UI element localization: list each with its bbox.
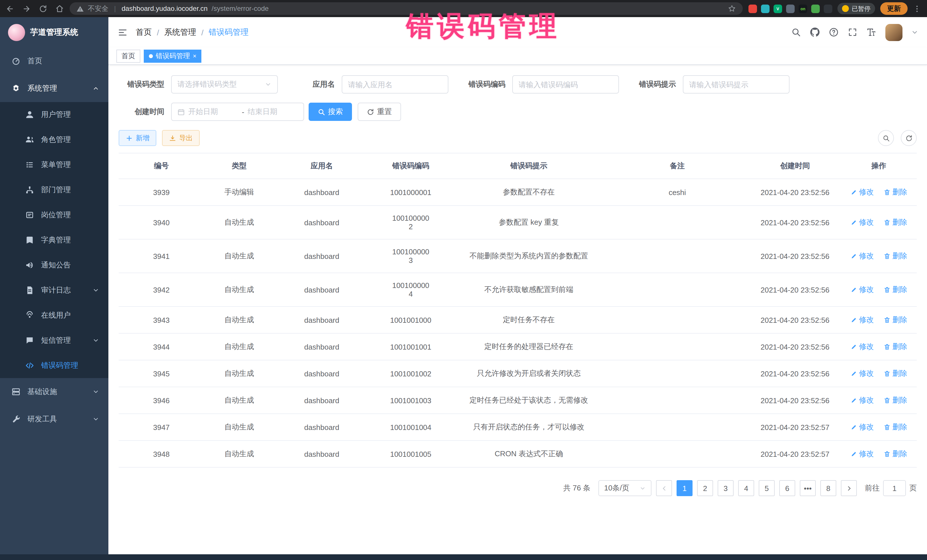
sidebar-item-notice[interactable]: 通知公告 xyxy=(0,253,108,278)
extension-green-v-icon[interactable]: V xyxy=(774,4,782,13)
add-button[interactable]: 新增 xyxy=(119,130,156,146)
cell-create-time: 2021-04-20 23:52:57 xyxy=(749,414,841,440)
sidebar-item-role[interactable]: 角色管理 xyxy=(0,127,108,152)
cell-type: 自动生成 xyxy=(204,273,274,307)
page-number-button[interactable]: 4 xyxy=(738,480,754,496)
date-range-picker[interactable]: 开始日期 - 结束日期 xyxy=(171,103,304,121)
sidebar-item-dev-tools[interactable]: 研发工具 xyxy=(0,405,108,433)
page-number-button[interactable]: 2 xyxy=(697,480,713,496)
search-button[interactable]: 搜索 xyxy=(308,103,352,121)
page-number-button[interactable]: 3 xyxy=(718,480,734,496)
cell-create-time: 2021-04-20 23:52:56 xyxy=(749,360,841,387)
view-tag[interactable]: 错误码管理× xyxy=(144,49,202,62)
delete-link[interactable]: 删除 xyxy=(884,251,907,261)
extension-teal-icon[interactable] xyxy=(761,4,769,13)
toggle-search-icon[interactable] xyxy=(878,130,894,146)
delete-link[interactable]: 删除 xyxy=(884,449,907,459)
export-button[interactable]: 导出 xyxy=(162,130,200,146)
delete-link[interactable]: 删除 xyxy=(884,395,907,405)
error-code-table: 编号类型应用名错误码编码错误码提示备注创建时间操作 3939 手动编辑 dash… xyxy=(119,153,917,467)
browser-menu-icon[interactable] xyxy=(913,4,921,13)
error-type-select[interactable]: 请选择错误码类型 xyxy=(171,75,278,94)
home-icon[interactable] xyxy=(55,4,64,13)
page-number-button[interactable]: 6 xyxy=(779,480,795,496)
delete-link[interactable]: 删除 xyxy=(884,341,907,352)
edit-link[interactable]: 修改 xyxy=(850,449,874,459)
page-size-select[interactable]: 10条/页 xyxy=(599,480,652,496)
app-name-input[interactable] xyxy=(348,80,442,89)
sidebar-item-sms[interactable]: 短信管理 xyxy=(0,328,108,353)
extension-puzzle-icon[interactable] xyxy=(824,4,832,13)
delete-link[interactable]: 删除 xyxy=(884,422,907,432)
fullscreen-icon[interactable] xyxy=(848,27,857,37)
back-icon[interactable] xyxy=(6,4,14,13)
app-logo[interactable]: 芋道管理系统 xyxy=(0,17,108,47)
sidebar-item-error-code[interactable]: 错误码管理 xyxy=(0,353,108,378)
edit-link[interactable]: 修改 xyxy=(850,217,874,228)
cell-error-hint: 只有开启状态的任务，才可以修改 xyxy=(452,414,606,440)
caret-down-icon[interactable] xyxy=(912,29,918,35)
page-number-button[interactable]: 5 xyxy=(759,480,775,496)
font-size-icon[interactable] xyxy=(866,27,876,37)
edit-link[interactable]: 修改 xyxy=(850,369,874,379)
sidebar-item-infra[interactable]: 基础设施 xyxy=(0,378,108,405)
bookmark-star-icon[interactable] xyxy=(728,5,736,12)
table-row: 3944 自动生成 dashboard 1001001001 定时任务的处理器已… xyxy=(119,333,917,360)
cell-error-code: 1001001005 xyxy=(369,440,452,467)
tree-icon xyxy=(25,185,34,194)
extension-grid-icon[interactable] xyxy=(786,4,795,13)
sidebar-item-audit-log[interactable]: 审计日志 xyxy=(0,278,108,303)
edit-link[interactable]: 修改 xyxy=(850,395,874,405)
delete-link[interactable]: 删除 xyxy=(884,315,907,325)
delete-link[interactable]: 删除 xyxy=(884,217,907,228)
sidebar-item-online-user[interactable]: 在线用户 xyxy=(0,303,108,328)
cell-create-time: 2021-04-20 23:52:56 xyxy=(749,239,841,273)
paused-badge[interactable]: 已暂停 xyxy=(837,3,875,14)
help-icon[interactable] xyxy=(829,27,839,37)
error-code-input[interactable] xyxy=(518,80,613,89)
extension-red-icon[interactable] xyxy=(748,4,757,13)
breadcrumb-item[interactable]: 系统管理 xyxy=(164,27,196,37)
edit-link[interactable]: 修改 xyxy=(850,187,874,197)
sidebar-item-dict[interactable]: 字典管理 xyxy=(0,228,108,253)
browser-update-button[interactable]: 更新 xyxy=(880,2,907,15)
extension-on-icon[interactable]: on xyxy=(799,4,807,13)
view-tag[interactable]: 首页 xyxy=(116,49,140,62)
edit-link[interactable]: 修改 xyxy=(850,315,874,325)
refresh-icon[interactable] xyxy=(901,130,917,146)
extension-leaf-icon[interactable] xyxy=(811,4,820,13)
edit-link[interactable]: 修改 xyxy=(850,422,874,432)
page-number-button[interactable]: 8 xyxy=(820,480,836,496)
search-icon[interactable] xyxy=(791,27,801,37)
breadcrumb-item[interactable]: 首页 xyxy=(136,27,152,37)
page-ellipsis[interactable]: ••• xyxy=(800,480,816,496)
page-number-button[interactable]: 1 xyxy=(676,480,693,496)
delete-link[interactable]: 删除 xyxy=(884,369,907,379)
reload-icon[interactable] xyxy=(39,4,47,13)
next-page-button[interactable] xyxy=(841,480,857,496)
hamburger-icon[interactable] xyxy=(117,27,128,37)
reset-button[interactable]: 重置 xyxy=(358,103,401,121)
prev-page-button[interactable] xyxy=(656,480,672,496)
tag-close-icon[interactable]: × xyxy=(193,53,196,59)
user-avatar[interactable] xyxy=(885,24,903,41)
sidebar-item-user[interactable]: 用户管理 xyxy=(0,102,108,127)
sidebar-item-dept[interactable]: 部门管理 xyxy=(0,178,108,202)
edit-link[interactable]: 修改 xyxy=(850,251,874,261)
delete-link[interactable]: 删除 xyxy=(884,285,907,295)
address-bar[interactable]: 不安全 | dashboard.yudao.iocoder.cn/system/… xyxy=(70,2,743,15)
edit-link[interactable]: 修改 xyxy=(850,285,874,295)
goto-page-input[interactable] xyxy=(883,480,906,496)
delete-link[interactable]: 删除 xyxy=(884,187,907,197)
filter-label-type: 错误码类型 xyxy=(119,79,164,90)
sidebar-item-home[interactable]: 首页 xyxy=(0,47,108,75)
edit-link[interactable]: 修改 xyxy=(850,341,874,352)
tag-label: 错误码管理 xyxy=(156,51,190,61)
sidebar-item-system[interactable]: 系统管理 xyxy=(0,75,108,102)
github-icon[interactable] xyxy=(810,27,820,37)
forward-icon[interactable] xyxy=(22,4,31,13)
sidebar-item-post[interactable]: 岗位管理 xyxy=(0,202,108,228)
sidebar-item-label: 审计日志 xyxy=(41,285,93,295)
sidebar-item-menu[interactable]: 菜单管理 xyxy=(0,152,108,178)
error-hint-input[interactable] xyxy=(689,80,783,89)
